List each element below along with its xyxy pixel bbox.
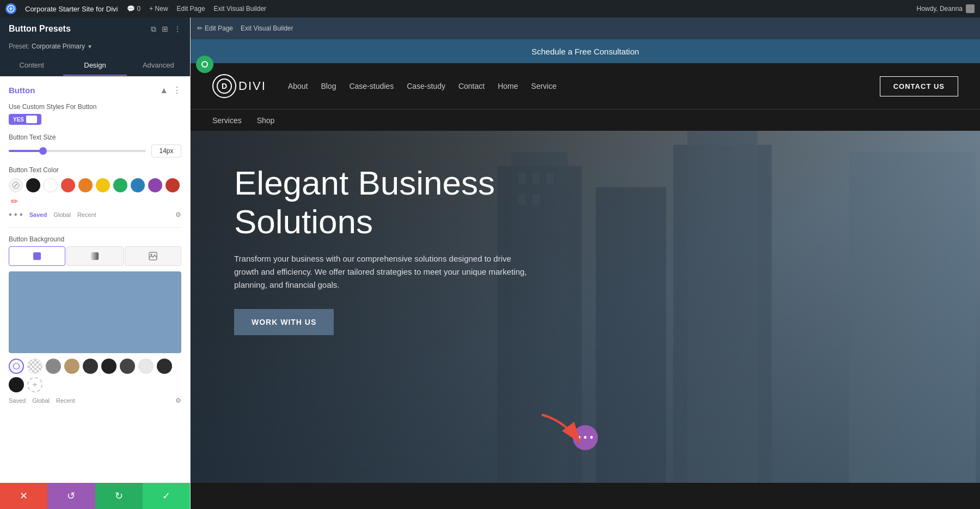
nav-about[interactable]: About: [288, 82, 308, 90]
top-bar-text[interactable]: Schedule a Free Consultation: [531, 47, 639, 56]
edit-page-link[interactable]: Edit Page: [177, 5, 205, 13]
color-tabs-row: • • • Saved Global Recent ⚙: [9, 210, 181, 220]
more-colors-icon[interactable]: • • •: [9, 210, 23, 220]
charcoal-swatch[interactable]: [120, 359, 135, 374]
darkgray2-swatch[interactable]: [101, 359, 117, 374]
global-color-tab[interactable]: Global: [53, 211, 71, 218]
site-name[interactable]: Corporate Starter Site for Divi: [25, 5, 118, 13]
bg-color-preview[interactable]: [9, 271, 181, 353]
eyedropper-swatch[interactable]: [9, 178, 23, 192]
text-size-row: Button Text Size: [9, 134, 181, 157]
tab-design[interactable]: Design: [63, 56, 126, 76]
add-color-button[interactable]: +: [27, 377, 42, 392]
divi-dot-inner: [201, 61, 208, 68]
black-swatch[interactable]: [26, 178, 40, 192]
exit-builder-link[interactable]: Exit Visual Builder: [214, 5, 267, 13]
bg-global-tab[interactable]: Global: [32, 397, 50, 404]
redo-button[interactable]: ↻: [95, 483, 143, 509]
divi-bar: ✏ Edit Page Exit Visual Builder: [191, 17, 980, 39]
white-swatch[interactable]: [44, 178, 58, 192]
section-more-icon[interactable]: ⋮: [173, 85, 181, 95]
nav-case-studies[interactable]: Case-studies: [349, 82, 394, 90]
nav-shop[interactable]: Shop: [257, 116, 275, 125]
darkchar2-swatch[interactable]: [9, 377, 24, 392]
cancel-button[interactable]: ✕: [0, 483, 47, 509]
color-settings-icon[interactable]: ⚙: [175, 211, 181, 219]
pink-swatch[interactable]: [166, 178, 180, 192]
hero-cta-button[interactable]: WORK WITH US: [234, 309, 334, 335]
new-link[interactable]: + New: [149, 5, 168, 13]
red-swatch[interactable]: [61, 178, 75, 192]
copy-icon[interactable]: ⧉: [151, 25, 156, 34]
panel-content: Button ▲ ⋮ Use Custom Styles For Button …: [0, 76, 190, 483]
toggle-row: YES: [9, 114, 181, 125]
save-button[interactable]: ✓: [143, 483, 190, 509]
nav-blog[interactable]: Blog: [321, 82, 336, 90]
darkchar-swatch[interactable]: [157, 359, 172, 374]
recent-color-tab[interactable]: Recent: [77, 211, 96, 218]
floating-action-button[interactable]: • • •: [573, 425, 598, 450]
transparent-swatch[interactable]: [27, 359, 42, 374]
button-bg-section: Button Background: [9, 235, 181, 404]
color-pencil-icon[interactable]: ✏: [9, 196, 20, 207]
tan-swatch[interactable]: [64, 359, 79, 374]
preview-top-bar: Schedule a Free Consultation: [191, 39, 980, 63]
hero-content: Elegant Business Solutions Transform you…: [191, 131, 572, 368]
divi-exit-builder[interactable]: Exit Visual Builder: [241, 25, 293, 32]
blue-swatch[interactable]: [131, 178, 145, 192]
comments-link[interactable]: 💬 0: [127, 5, 141, 13]
purple-swatch[interactable]: [148, 178, 162, 192]
columns-icon[interactable]: ⊞: [162, 25, 168, 33]
site-nav-links: About Blog Case-studies Case-study Conta…: [288, 82, 880, 90]
yellow-swatch[interactable]: [96, 178, 110, 192]
text-size-input[interactable]: [151, 144, 181, 157]
bg-solid-tab[interactable]: [9, 246, 65, 266]
preset-value[interactable]: Corporate Primary: [32, 43, 85, 50]
text-size-slider-track[interactable]: [9, 150, 146, 152]
slider-thumb[interactable]: [39, 147, 47, 155]
reset-button[interactable]: ↺: [47, 483, 95, 509]
active-eyedropper[interactable]: [9, 359, 24, 374]
text-color-swatches: ✏: [9, 178, 181, 207]
text-size-label: Button Text Size: [9, 134, 181, 141]
text-color-label: Button Text Color: [9, 166, 181, 174]
offwhite-swatch[interactable]: [138, 359, 154, 374]
wp-logo-icon[interactable]: [5, 3, 16, 14]
user-menu[interactable]: Howdy, Deanna: [917, 4, 975, 13]
nav-service[interactable]: Service: [531, 82, 557, 90]
edit-pencil-icon: ✏: [197, 25, 203, 32]
collapse-icon[interactable]: ▲: [160, 86, 168, 95]
avatar: [966, 4, 975, 13]
bottom-color-row: +: [9, 359, 181, 392]
main-layout: Button Presets ⧉ ⊞ ⋮ Preset: Corporate P…: [0, 17, 980, 509]
bg-gradient-tab[interactable]: [66, 246, 123, 266]
darkgray-swatch[interactable]: [83, 359, 98, 374]
divi-logo-dot[interactable]: [196, 56, 213, 73]
more-icon[interactable]: ⋮: [174, 25, 181, 33]
bg-image-tab[interactable]: [125, 246, 181, 266]
bg-saved-tab[interactable]: Saved: [9, 397, 26, 404]
right-content: ✏ Edit Page Exit Visual Builder Schedule…: [191, 17, 980, 509]
custom-styles-toggle[interactable]: YES: [9, 114, 41, 125]
nav-services[interactable]: Services: [212, 116, 242, 125]
tab-advanced[interactable]: Advanced: [127, 56, 190, 76]
gray-swatch[interactable]: [46, 359, 61, 374]
contact-us-button[interactable]: CONTACT US: [880, 76, 958, 96]
nav-contact[interactable]: Contact: [458, 82, 485, 90]
orange-swatch[interactable]: [78, 178, 93, 192]
preset-label: Preset:: [9, 43, 29, 50]
panel-header-icons: ⧉ ⊞ ⋮: [151, 25, 181, 34]
green-swatch[interactable]: [113, 178, 127, 192]
hero-title: Elegant Business Solutions: [234, 163, 528, 241]
bg-color-gear-icon[interactable]: ⚙: [175, 397, 181, 404]
nav-home[interactable]: Home: [498, 82, 518, 90]
site-preview: Schedule a Free Consultation D DIVI Abou…: [191, 39, 980, 509]
bg-recent-tab[interactable]: Recent: [56, 397, 75, 404]
saved-color-tab[interactable]: Saved: [29, 211, 47, 218]
site-logo[interactable]: D DIVI: [212, 74, 266, 98]
divi-edit-page[interactable]: ✏ Edit Page: [197, 25, 233, 32]
logo-inner-circle: D: [217, 78, 232, 94]
logo-circle: D: [212, 74, 236, 98]
nav-case-study[interactable]: Case-study: [407, 82, 445, 90]
tab-content[interactable]: Content: [0, 56, 63, 76]
